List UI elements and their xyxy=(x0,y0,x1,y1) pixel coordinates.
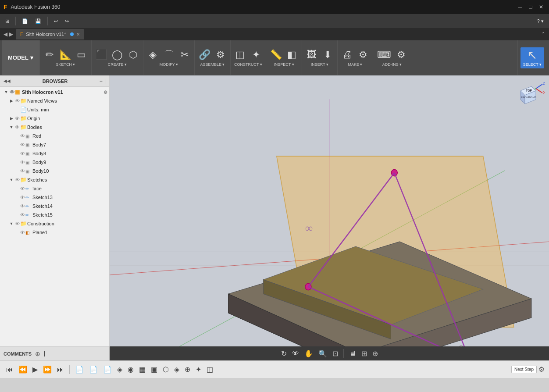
back-arrow[interactable]: ◀ xyxy=(4,31,7,37)
item-eye[interactable]: 👁 xyxy=(19,195,25,200)
grid-toggle-button[interactable]: ⊞ xyxy=(360,349,369,359)
timeline-icon-12[interactable]: ◫ xyxy=(205,364,215,374)
tab-expand-button[interactable]: ⌃ xyxy=(538,31,549,37)
list-item[interactable]: ▶ 👁 📁 Named Views xyxy=(0,96,109,105)
list-item[interactable]: 👁 ▣ Body9 xyxy=(0,158,109,167)
timeline-icon-9[interactable]: ◈ xyxy=(172,364,181,374)
list-item[interactable]: 👁 ▣ Body8 xyxy=(0,149,109,158)
tree-root[interactable]: ▼ 👁 ▣ Sith Holocron v11 ⚙ xyxy=(0,88,109,96)
list-item[interactable]: 👁 ✏ Sketch15 xyxy=(0,210,109,219)
modify-more-icon[interactable]: ✂ xyxy=(178,49,192,61)
root-eye[interactable]: 👁 xyxy=(9,89,15,95)
create-more-icon[interactable]: ⬡ xyxy=(126,49,140,61)
item-eye[interactable]: 👁 xyxy=(19,186,25,191)
item-eye[interactable]: 👁 xyxy=(19,151,25,156)
select-button[interactable]: ↖ SELECT ▾ xyxy=(520,47,544,68)
item-eye[interactable]: 👁 xyxy=(14,116,20,121)
sketch-create-icon[interactable]: ✏ xyxy=(43,49,57,61)
list-item[interactable]: 👁 📄 Units: mm xyxy=(0,105,109,114)
make-3dprint-icon[interactable]: 🖨 xyxy=(340,49,354,61)
timeline-icon-5[interactable]: ◉ xyxy=(126,364,135,374)
item-eye[interactable]: 👁 xyxy=(14,125,20,130)
construct-axis-icon[interactable]: ✦ xyxy=(249,49,263,61)
orbit-button[interactable]: ↻ xyxy=(279,349,289,359)
make-more-icon[interactable]: ⚙ xyxy=(356,49,370,61)
timeline-icon-4[interactable]: ◈ xyxy=(115,364,124,374)
list-item[interactable]: 👁 ✏ Sketch14 xyxy=(0,202,109,210)
minimize-button[interactable]: ─ xyxy=(516,3,524,11)
item-eye[interactable]: 👁 xyxy=(19,160,25,165)
timeline-icon-10[interactable]: ⊕ xyxy=(183,364,192,374)
zoom-button[interactable]: 🔍 xyxy=(317,349,329,359)
inspect-section-icon[interactable]: ◧ xyxy=(285,49,299,61)
document-tab[interactable]: F Sith Holocron v11* ✕ xyxy=(16,29,84,39)
forward-arrow[interactable]: ▶ xyxy=(9,31,13,37)
modify-fillet-icon[interactable]: ⌒ xyxy=(162,49,176,61)
display-settings-button[interactable]: 🖥 xyxy=(347,349,358,358)
first-frame-button[interactable]: ⏮ xyxy=(4,365,15,374)
sketch-rect-icon[interactable]: ▭ xyxy=(75,49,89,61)
look-at-button[interactable]: 👁 xyxy=(290,349,301,358)
save-button[interactable]: 💾 xyxy=(32,18,44,25)
timeline-icon-8[interactable]: ⬡ xyxy=(161,364,171,374)
model-button[interactable]: MODEL ▾ xyxy=(2,40,39,75)
insert-image-icon[interactable]: 🖼 xyxy=(305,49,319,61)
timeline-icon-1[interactable]: 📄 xyxy=(73,364,86,374)
list-item[interactable]: ▼ 👁 📁 Sketches xyxy=(0,175,109,184)
list-item[interactable]: ▼ 👁 📁 Bodies xyxy=(0,123,109,132)
prev-frame-button[interactable]: ⏪ xyxy=(17,364,29,374)
item-eye[interactable]: 👁 xyxy=(19,142,25,147)
item-eye[interactable]: 👁 xyxy=(19,203,25,209)
create-cylinder-icon[interactable]: ◯ xyxy=(111,49,125,61)
list-item[interactable]: 👁 ◧ Plane1 xyxy=(0,228,109,237)
timeline-icon-2[interactable]: 📄 xyxy=(87,364,100,374)
grid-button[interactable]: ⊞ xyxy=(3,18,12,25)
item-eye[interactable]: 👁 xyxy=(19,133,25,139)
browser-back[interactable]: ◀◀ xyxy=(4,78,11,83)
help-button[interactable]: ? ▾ xyxy=(535,18,546,25)
item-eye[interactable]: 👁 xyxy=(14,98,20,103)
view-cube[interactable]: Z X TOP FRONT RIGHT xyxy=(510,80,545,115)
list-item[interactable]: 👁 ▣ Red xyxy=(0,132,109,140)
construct-plane-icon[interactable]: ◫ xyxy=(233,49,247,61)
tab-close[interactable]: ✕ xyxy=(76,32,80,37)
timeline-icon-7[interactable]: ▣ xyxy=(149,364,159,374)
list-item[interactable]: 👁 ▣ Body10 xyxy=(0,167,109,175)
animation-settings-button[interactable]: ⚙ xyxy=(538,365,545,374)
addins-settings-icon[interactable]: ⚙ xyxy=(394,49,408,61)
addins-scripts-icon[interactable]: ⌨ xyxy=(376,49,392,61)
snap-toggle-button[interactable]: ⊕ xyxy=(371,349,380,359)
item-eye[interactable]: 👁 xyxy=(19,230,25,235)
redo-button[interactable]: ↪ xyxy=(62,18,71,25)
next-frame-button[interactable]: ⏩ xyxy=(41,364,53,374)
modify-press-icon[interactable]: ◈ xyxy=(146,49,160,61)
list-item[interactable]: 👁 ✏ face xyxy=(0,184,109,193)
create-box-icon[interactable]: ⬛ xyxy=(94,49,109,61)
timeline-icon-3[interactable]: 📄 xyxy=(101,364,114,374)
list-item[interactable]: ▼ 👁 📁 Construction xyxy=(0,219,109,228)
inspect-measure-icon[interactable]: 📏 xyxy=(269,49,283,61)
item-eye[interactable]: 👁 xyxy=(14,177,20,182)
timeline-icon-11[interactable]: ✦ xyxy=(194,364,203,374)
item-eye[interactable]: 👁 xyxy=(19,212,25,217)
insert-svg-icon[interactable]: ⬇ xyxy=(321,49,335,61)
viewport[interactable]: ∞ Z X TOP FRONT RIGHT xyxy=(110,75,549,360)
fit-button[interactable]: ⊡ xyxy=(331,349,340,359)
timeline-icon-6[interactable]: ▦ xyxy=(137,364,147,374)
list-item[interactable]: ▶ 👁 📁 Origin xyxy=(0,114,109,123)
pan-button[interactable]: ✋ xyxy=(303,349,315,359)
undo-button[interactable]: ↩ xyxy=(51,18,61,25)
browser-collapse[interactable]: − xyxy=(100,78,103,84)
root-settings[interactable]: ⚙ xyxy=(103,90,107,95)
assemble-motion-icon[interactable]: ⚙ xyxy=(214,49,228,61)
last-frame-button[interactable]: ⏭ xyxy=(55,365,66,374)
sketch-line-icon[interactable]: 📐 xyxy=(58,49,73,61)
list-item[interactable]: 👁 ✏ Sketch13 xyxy=(0,193,109,202)
item-eye[interactable]: 👁 xyxy=(19,168,25,174)
assemble-joint-icon[interactable]: 🔗 xyxy=(197,49,212,61)
item-eye[interactable]: 👁 xyxy=(14,221,20,226)
play-button[interactable]: ▶ xyxy=(31,364,39,374)
new-button[interactable]: 📄 xyxy=(19,18,31,25)
list-item[interactable]: 👁 ▣ Body7 xyxy=(0,140,109,149)
maximize-button[interactable]: □ xyxy=(526,3,535,11)
